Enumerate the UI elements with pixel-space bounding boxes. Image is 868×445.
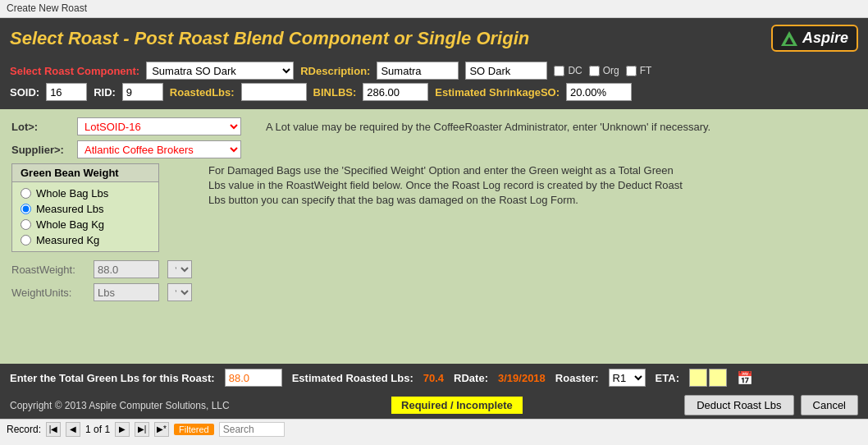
org-checkbox-group: Org — [589, 65, 619, 76]
weight-units-select[interactable]: ▼ — [167, 283, 192, 301]
required-badge: Required / Incomplete — [391, 397, 523, 414]
estimated-value: 70.4 — [423, 372, 444, 384]
filtered-badge: Filtered — [174, 424, 214, 435]
green-lbs-input[interactable] — [225, 369, 282, 387]
org-checkbox[interactable] — [589, 66, 600, 76]
weight-units-label: WeightUnits: — [11, 287, 85, 299]
eta-calendar-icon[interactable]: 📅 — [737, 370, 753, 386]
bottom-bar: Enter the Total Green Lbs for this Roast… — [0, 364, 868, 392]
radio-whole-bag-lbs[interactable]: Whole Bag Lbs — [21, 187, 150, 200]
deduct-roast-lbs-button[interactable]: Deduct Roast Lbs — [684, 395, 793, 415]
dc-checkbox-group: DC — [554, 65, 582, 76]
dc-label: DC — [568, 65, 582, 76]
roaster-label: Roaster: — [555, 372, 599, 384]
status-bar: Record: |◀ ◀ 1 of 1 ▶ ▶| ▶* Filtered — [0, 419, 868, 438]
footer: Copyright © 2013 Aspire Computer Solutio… — [0, 392, 868, 419]
title-bar-label: Create New Roast — [7, 2, 87, 14]
supplier-row: Supplier>: Atlantic Coffee Brokers — [11, 140, 857, 158]
nav-prev-button[interactable]: ◀ — [66, 422, 80, 437]
rdescription-input1[interactable] — [377, 62, 459, 80]
green-lbs-label: Enter the Total Green Lbs for this Roast… — [10, 372, 215, 384]
weight-radio-group: Whole Bag Lbs Measured Lbs Whole Bag Kg … — [21, 187, 150, 246]
roast-weight-row: RoastWeight: ▼ — [11, 260, 857, 278]
main-info-area: Green Bean Weight Whole Bag Lbs Measured… — [11, 163, 857, 252]
radio-measured-kg-input[interactable] — [21, 235, 31, 245]
lot-info-text: A Lot value may be required by the Coffe… — [266, 121, 710, 133]
soid-label: SOID: — [10, 86, 39, 99]
aspire-triangle-icon — [781, 31, 797, 46]
page-title: Select Roast - Post Roast Blend Componen… — [10, 28, 529, 49]
damaged-bags-info: For Damaged Bags use the 'Specified Weig… — [208, 163, 684, 209]
green-bean-box: Green Bean Weight Whole Bag Lbs Measured… — [11, 163, 159, 252]
roaster-select[interactable]: R1 — [609, 369, 646, 387]
binlbs-label: BINLBS: — [313, 86, 357, 99]
lot-row: Lot>: LotSOID-16 A Lot value may be requ… — [11, 117, 857, 135]
radio-whole-bag-lbs-input[interactable] — [21, 188, 31, 199]
nav-new-button[interactable]: ▶* — [154, 422, 169, 437]
roast-weight-input[interactable] — [94, 260, 159, 278]
rdescription-label: RDescription: — [300, 65, 370, 77]
footer-copyright: Copyright © 2013 Aspire Computer Solutio… — [10, 400, 230, 411]
rid-label: RID: — [94, 86, 116, 99]
org-label: Org — [603, 65, 619, 76]
lot-label: Lot>: — [11, 121, 69, 133]
dc-checkbox[interactable] — [554, 66, 564, 76]
title-bar: Create New Roast — [0, 0, 868, 18]
radio-measured-kg[interactable]: Measured Kg — [21, 234, 150, 246]
lot-select[interactable]: LotSOID-16 — [77, 117, 241, 135]
eta-cells — [689, 369, 727, 387]
header: Select Roast - Post Roast Blend Componen… — [0, 18, 868, 58]
rdate-value: 3/19/2018 — [498, 372, 546, 384]
eta-label: ETA: — [656, 372, 679, 384]
radio-whole-bag-kg[interactable]: Whole Bag Kg — [21, 218, 150, 231]
component-row: Select Roast Component: Sumatra SO Dark … — [10, 62, 858, 80]
radio-measured-lbs[interactable]: Measured Lbs — [21, 203, 150, 215]
soid-input[interactable] — [46, 83, 87, 101]
eta-cell-1[interactable] — [689, 369, 707, 387]
rdescription-input2[interactable] — [465, 62, 547, 80]
select-component-label: Select Roast Component: — [10, 65, 139, 77]
roasted-lbs-label: RoastedLbs: — [170, 86, 235, 99]
soid-row: SOID: RID: RoastedLbs: BINLBS: Estimated… — [10, 83, 858, 101]
radio-whole-bag-kg-input[interactable] — [21, 219, 31, 230]
roast-weight-select[interactable]: ▼ — [167, 260, 192, 278]
ft-checkbox[interactable] — [626, 66, 637, 76]
rid-input[interactable] — [122, 83, 163, 101]
estimated-label: Estimated Roasted Lbs: — [292, 372, 413, 384]
component-select[interactable]: Sumatra SO Dark — [146, 62, 294, 80]
nav-last-button[interactable]: ▶| — [135, 422, 149, 437]
ft-checkbox-group: FT — [626, 65, 652, 76]
nav-first-button[interactable]: |◀ — [46, 422, 61, 437]
content-area: Lot>: LotSOID-16 A Lot value may be requ… — [0, 109, 868, 364]
weight-units-input[interactable] — [94, 283, 159, 301]
shrinkage-input[interactable] — [566, 83, 632, 101]
radio-measured-lbs-input[interactable] — [21, 204, 31, 214]
weight-units-row: WeightUnits: ▼ — [11, 283, 857, 301]
shrinkage-label: Estimated ShrinkageSO: — [435, 86, 560, 99]
record-label: Record: — [7, 424, 41, 435]
form-section: Select Roast Component: Sumatra SO Dark … — [0, 58, 868, 109]
green-bean-title: Green Bean Weight — [12, 164, 158, 182]
footer-buttons: Deduct Roast Lbs Cancel — [684, 395, 858, 415]
roasted-lbs-input[interactable] — [241, 83, 307, 101]
rdate-label: RDate: — [454, 372, 488, 384]
aspire-logo-text: Aspire — [802, 30, 848, 47]
aspire-logo: Aspire — [771, 25, 858, 52]
roast-weight-label: RoastWeight: — [11, 264, 85, 276]
cancel-button[interactable]: Cancel — [801, 395, 858, 415]
eta-cell-2[interactable] — [709, 369, 727, 387]
binlbs-input[interactable] — [363, 83, 428, 101]
search-input[interactable] — [219, 422, 285, 437]
nav-next-button[interactable]: ▶ — [115, 422, 130, 437]
ft-label: FT — [640, 65, 652, 76]
record-nav: 1 of 1 — [85, 424, 110, 435]
supplier-select[interactable]: Atlantic Coffee Brokers — [77, 140, 241, 158]
supplier-label: Supplier>: — [11, 144, 69, 156]
